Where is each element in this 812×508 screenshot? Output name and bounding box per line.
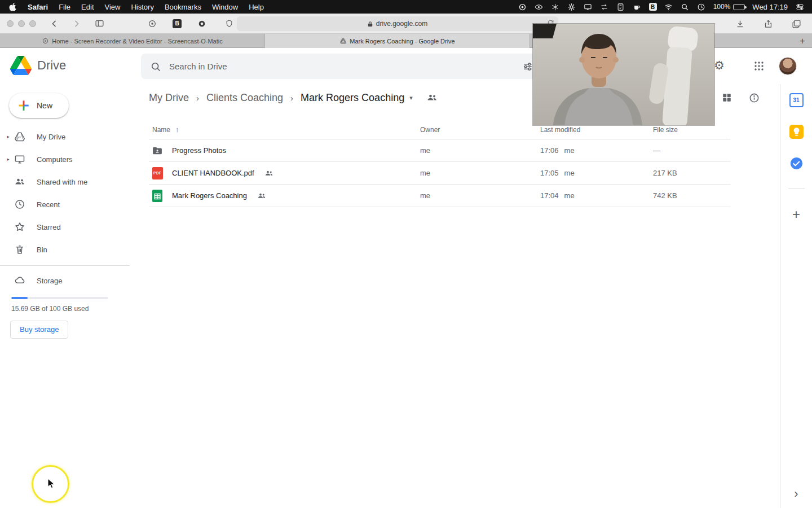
search-input[interactable]	[169, 62, 514, 71]
record-status-icon[interactable]	[518, 2, 527, 11]
menu-safari[interactable]: Safari	[28, 3, 48, 11]
add-addon-icon[interactable]: +	[789, 207, 804, 222]
battery-indicator[interactable]: 100%	[713, 3, 745, 11]
breadcrumb-current-folder[interactable]: Mark Rogers Coaching	[301, 92, 404, 104]
forward-button[interactable]	[70, 17, 83, 30]
back-button[interactable]	[47, 17, 61, 30]
search-icon[interactable]	[150, 61, 161, 72]
spotlight-search-icon[interactable]	[681, 2, 690, 11]
shared-people-icon	[264, 169, 273, 178]
table-row[interactable]: PDF CLIENT HANDBOOK.pdf me 17:05me 217 K…	[149, 162, 730, 185]
table-row[interactable]: Mark Rogers Coaching me 17:04me 742 KB	[149, 185, 730, 207]
sidebar-item-starred[interactable]: Starred	[0, 216, 141, 238]
new-tab-button[interactable]: +	[793, 34, 812, 48]
file-modified-by: me	[564, 191, 575, 200]
minimize-window-button[interactable]	[18, 20, 25, 27]
drive-search-bar	[141, 54, 542, 79]
macos-menu-bar: Safari File Edit View History Bookmarks …	[0, 0, 812, 14]
tab-screencast[interactable]: Home - Screen Recorder & Video Editor - …	[0, 34, 265, 48]
buy-storage-button[interactable]: Buy storage	[10, 321, 68, 339]
expand-caret-icon[interactable]: ▸	[4, 156, 12, 162]
table-row[interactable]: Progress Photos me 17:06me —	[149, 139, 730, 162]
tab-google-drive[interactable]: Mark Rogers Coaching - Google Drive	[265, 34, 530, 48]
column-header-owner[interactable]: Owner	[420, 126, 540, 134]
sidebar-item-bin[interactable]: Bin	[0, 238, 141, 261]
menu-file[interactable]: File	[59, 3, 70, 11]
privacy-shield-icon[interactable]	[222, 17, 236, 30]
sidebar-item-storage[interactable]: Storage	[0, 269, 141, 292]
tab-title: Mark Rogers Coaching - Google Drive	[350, 38, 454, 45]
menu-bookmarks[interactable]: Bookmarks	[165, 3, 201, 11]
sidebar-item-shared-with-me[interactable]: Shared with me	[0, 170, 141, 193]
file-size: 742 KB	[653, 191, 730, 200]
column-header-name[interactable]: Name ↑	[149, 125, 420, 134]
file-list: Name ↑ Owner Last modified File size Pro…	[149, 120, 730, 207]
sidebar-item-my-drive[interactable]: ▸ My Drive	[0, 125, 141, 148]
new-button[interactable]: New	[9, 93, 69, 118]
recent-icon	[12, 199, 27, 210]
bitwarden-status-icon[interactable]: B	[649, 3, 657, 11]
my-drive-icon	[12, 131, 27, 142]
sidebar-item-computers[interactable]: ▸ Computers	[0, 148, 141, 170]
calendar-icon[interactable]: 31	[789, 93, 804, 107]
battery-percent-label: 100%	[713, 3, 731, 11]
menu-history[interactable]: History	[131, 3, 153, 11]
address-bar[interactable]: drive.google.com	[237, 16, 558, 31]
menu-edit[interactable]: Edit	[81, 3, 94, 11]
sidebar-item-recent[interactable]: Recent	[0, 193, 141, 216]
screencast-extension-icon[interactable]	[145, 17, 159, 30]
sidebar-toggle-icon[interactable]	[92, 17, 106, 30]
folder-icon	[152, 145, 163, 156]
menu-help[interactable]: Help	[249, 3, 264, 11]
time-machine-icon[interactable]	[697, 2, 706, 11]
file-size: —	[653, 146, 730, 155]
file-name: Mark Rogers Coaching	[172, 191, 247, 200]
breadcrumb-my-drive[interactable]: My Drive	[149, 92, 189, 104]
close-window-button[interactable]	[7, 20, 14, 27]
sort-ascending-icon[interactable]: ↑	[175, 125, 179, 134]
switch-audio-status-icon[interactable]	[600, 2, 609, 11]
sidebar-divider	[0, 265, 130, 266]
control-center-icon[interactable]	[795, 2, 804, 11]
file-modified: 17:04	[540, 191, 559, 200]
details-info-icon[interactable]	[749, 93, 760, 103]
coffee-status-icon[interactable]	[633, 2, 642, 11]
drive-logo[interactable]: Drive	[10, 56, 66, 75]
tab-overview-icon[interactable]	[789, 17, 803, 30]
snowflake-status-icon[interactable]	[551, 2, 560, 11]
breadcrumb-clients-coaching[interactable]: Clients Coaching	[206, 92, 283, 104]
settings-gear-icon[interactable]: ⚙	[714, 59, 725, 72]
column-header-size[interactable]: File size	[653, 126, 730, 134]
collapse-panel-chevron-icon[interactable]: ›	[794, 487, 798, 501]
battery-icon	[733, 4, 745, 10]
camera-extension-icon[interactable]	[195, 17, 209, 30]
column-header-modified[interactable]: Last modified	[540, 126, 653, 134]
file-modified: 17:05	[540, 169, 559, 177]
menu-window[interactable]: Window	[212, 3, 238, 11]
zoom-window-button[interactable]	[29, 20, 36, 27]
account-avatar[interactable]	[779, 57, 797, 75]
keep-icon[interactable]	[789, 124, 804, 139]
apple-menu-icon[interactable]	[8, 2, 17, 11]
folder-menu-caret-icon[interactable]: ▾	[409, 94, 413, 102]
new-button-label: New	[37, 101, 52, 110]
spreadsheet-icon	[152, 190, 163, 202]
expand-caret-icon[interactable]: ▸	[4, 134, 12, 139]
eye-status-icon[interactable]	[535, 2, 544, 11]
wifi-icon[interactable]	[664, 2, 673, 11]
bitwarden-extension-icon[interactable]: B	[173, 19, 182, 28]
notebook-status-icon[interactable]	[616, 2, 625, 11]
share-icon[interactable]	[761, 17, 775, 30]
grid-view-toggle-icon[interactable]	[722, 93, 732, 103]
shared-people-icon	[257, 191, 266, 200]
tasks-icon[interactable]	[789, 156, 804, 170]
google-apps-grid-icon[interactable]	[754, 61, 764, 71]
webcam-overlay	[533, 24, 714, 125]
search-options-icon[interactable]	[522, 61, 533, 72]
storage-progress-bar	[11, 297, 108, 299]
menu-view[interactable]: View	[105, 3, 121, 11]
display-status-icon[interactable]	[584, 2, 593, 11]
downloads-icon[interactable]	[733, 17, 747, 30]
gear-status-icon[interactable]	[567, 2, 576, 11]
menu-bar-clock[interactable]: Wed 17:19	[752, 3, 788, 11]
